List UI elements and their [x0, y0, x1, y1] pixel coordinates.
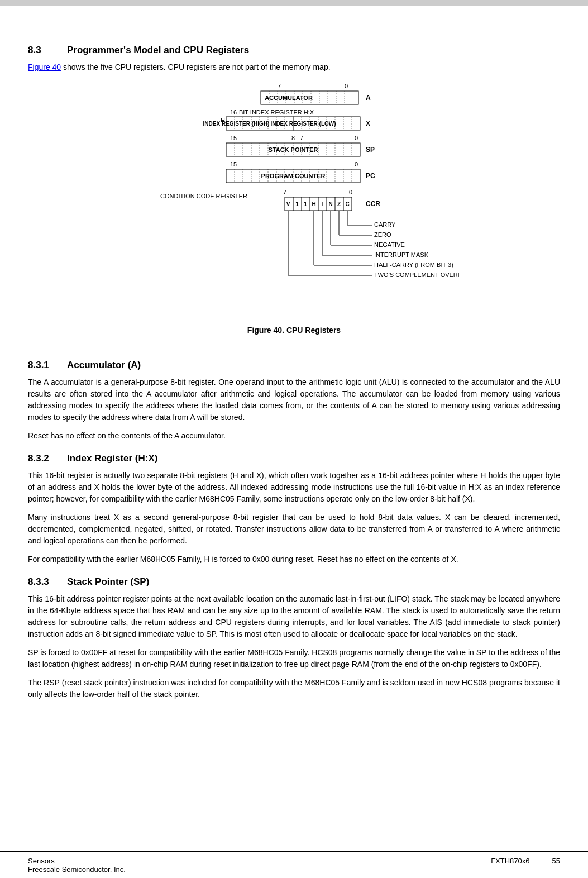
sp-suffix: SP — [366, 146, 375, 154]
footer-company-line1: Sensors — [28, 857, 126, 865]
ccr-bit-i: I — [321, 201, 323, 207]
sp-bit-7: 7 — [300, 135, 303, 141]
footer: Sensors Freescale Semiconductor, Inc. FX… — [0, 851, 588, 878]
sp-para-2: SP is forced to 0x00FF at reset for comp… — [28, 647, 560, 670]
top-bar — [0, 0, 588, 6]
sp-bit-8: 8 — [291, 135, 295, 141]
page-content: 8.3 Programmer's Model and CPU Registers… — [0, 17, 588, 741]
twos-complement-label: TWO'S COMPLEMENT OVERFLOW — [374, 271, 462, 278]
ccr-bit-1b: 1 — [304, 201, 307, 207]
accumulator-para-1: The A accumulator is a general-purpose 8… — [28, 376, 560, 423]
diagram-svg: 7 0 ACCUMULATOR A 16-BIT INDEX REGISTER … — [127, 80, 462, 320]
figure-link[interactable]: Figure 40 — [28, 63, 61, 71]
sp-para-1: This 16-bit address pointer register poi… — [28, 593, 560, 640]
accumulator-label: ACCUMULATOR — [265, 94, 313, 101]
ccr-bit-1a: 1 — [295, 201, 299, 207]
ccr-suffix: CCR — [366, 200, 380, 208]
subsection-8-3-2-title: Index Register (H:X) — [67, 453, 157, 464]
stack-pointer-label: STACK POINTER — [268, 146, 318, 153]
accumulator-para-2: Reset has no effect on the contents of t… — [28, 430, 560, 442]
pc-bit-0: 0 — [355, 161, 358, 168]
pc-bit-15: 15 — [230, 161, 237, 168]
footer-product: FXTH870x6 — [491, 857, 529, 865]
ccr-bit-7: 7 — [283, 189, 286, 195]
ccr-bit-c: C — [345, 201, 349, 207]
subsection-8-3-3-number: 8.3.3 — [28, 576, 67, 588]
index-para-2: Many instructions treat X as a second ge… — [28, 512, 560, 547]
subsection-8-3-1-header: 8.3.1 Accumulator (A) — [28, 360, 560, 371]
footer-company-line2: Freescale Semiconductor, Inc. — [28, 865, 126, 874]
sp-bit-0: 0 — [355, 135, 358, 141]
carry-label: CARRY — [374, 221, 396, 228]
sp-para-3: The RSP (reset stack pointer) instructio… — [28, 677, 560, 700]
subsection-8-3-2-number: 8.3.2 — [28, 453, 67, 464]
footer-page: 55 — [552, 857, 560, 865]
acc-bit-7: 7 — [278, 83, 281, 89]
acc-suffix: A — [366, 94, 371, 102]
half-carry-label: HALF-CARRY (FROM BIT 3) — [374, 261, 453, 268]
sp-bit-15: 15 — [230, 135, 237, 141]
zero-label: ZERO — [374, 231, 391, 238]
index-low-label: INDEX REGISTER (LOW) — [270, 121, 336, 127]
index-high-label: INDEX REGISTER (HIGH) — [203, 121, 269, 127]
index-label: 16-BIT INDEX REGISTER H:X — [230, 109, 314, 116]
subsection-8-3-2-header: 8.3.2 Index Register (H:X) — [28, 453, 560, 464]
ccr-bit-0: 0 — [349, 189, 352, 195]
footer-left: Sensors Freescale Semiconductor, Inc. — [28, 857, 126, 874]
section-header: 8.3 Programmer's Model and CPU Registers — [28, 45, 560, 56]
index-para-3: For compatibility with the earlier M68HC… — [28, 553, 560, 565]
pc-suffix: PC — [366, 172, 375, 180]
index-suffix: X — [366, 120, 370, 127]
index-para-1: This 16-bit register is actually two sep… — [28, 470, 560, 505]
program-counter-label: PROGRAM COUNTER — [261, 173, 325, 179]
intro-paragraph: Figure 40 shows the five CPU registers. … — [28, 61, 560, 73]
interrupt-mask-label: INTERRUPT MASK — [374, 251, 429, 258]
ccr-bit-z: Z — [337, 201, 340, 207]
ccr-bit-h: H — [312, 201, 315, 207]
subsection-8-3-1-title: Accumulator (A) — [67, 360, 141, 371]
figure-container: 7 0 ACCUMULATOR A 16-BIT INDEX REGISTER … — [28, 80, 560, 349]
figure-caption: Figure 40. CPU Registers — [247, 326, 341, 335]
subsection-8-3-1-number: 8.3.1 — [28, 360, 67, 371]
ccr-bit-v: V — [286, 201, 290, 207]
acc-bit-0: 0 — [345, 83, 348, 89]
section-number: 8.3 — [28, 45, 67, 56]
negative-label: NEGATIVE — [374, 241, 405, 248]
ccr-register-label: CONDITION CODE REGISTER — [160, 193, 247, 199]
intro-text: shows the five CPU registers. CPU regist… — [61, 63, 330, 71]
ccr-bit-n: N — [328, 201, 332, 207]
cpu-registers-diagram: 7 0 ACCUMULATOR A 16-BIT INDEX REGISTER … — [127, 80, 462, 320]
section-title: Programmer's Model and CPU Registers — [67, 45, 249, 56]
subsection-8-3-3-header: 8.3.3 Stack Pointer (SP) — [28, 576, 560, 588]
subsection-8-3-3-title: Stack Pointer (SP) — [67, 576, 149, 588]
